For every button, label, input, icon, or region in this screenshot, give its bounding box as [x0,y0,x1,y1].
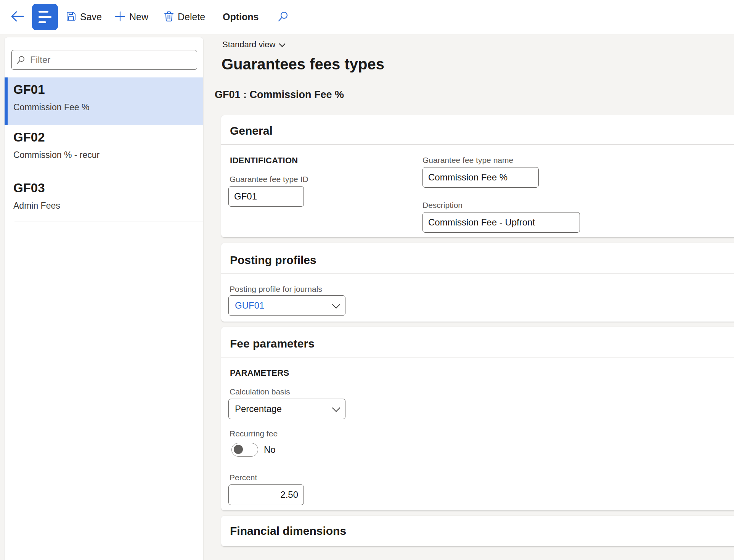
section-posting-profiles: Posting profiles Posting profile for jou… [221,243,734,322]
guarantee-fee-type-name-label: Guarantee fee type name [422,156,513,165]
toggle-knob-icon [234,445,243,454]
records-list-panel: GF01 Commission Fee % GF02 Commission % … [5,37,203,560]
search-icon [278,11,289,24]
back-arrow-icon [10,11,24,24]
list-item-name: Admin Fees [13,201,60,211]
list-item-id: GF01 [13,82,45,97]
record-list: GF01 Commission Fee % GF02 Commission % … [5,77,203,222]
description-label: Description [422,201,463,210]
save-label: Save [80,11,102,23]
filter-input[interactable] [29,54,192,66]
toolbar-separator [216,6,216,28]
save-button[interactable]: Save [66,0,102,34]
section-posting-profiles-header[interactable]: Posting profiles [221,243,734,274]
filter-field [11,50,197,70]
recurring-fee-toggle[interactable] [231,443,258,457]
section-financial-dimensions-title: Financial dimensions [230,525,346,537]
identification-group-label: IDENTIFICATION [230,156,298,166]
chevron-down-icon [332,404,340,412]
parameters-group-label: PARAMETERS [230,368,289,378]
nav-list-icon [39,11,48,13]
new-button[interactable]: New [115,0,148,34]
options-menu[interactable]: Options [223,0,259,34]
calculation-basis-dropdown[interactable]: Percentage [228,399,345,419]
section-financial-dimensions-header[interactable]: Financial dimensions [221,516,734,546]
new-label: New [129,11,148,23]
posting-profile-journals-dropdown[interactable]: GUF01 [228,295,345,316]
recurring-fee-label: Recurring fee [230,429,278,438]
section-posting-profiles-title: Posting profiles [230,254,316,267]
chevron-down-icon [279,41,286,47]
section-general-header[interactable]: General [221,115,734,145]
posting-profile-journals-value: GUF01 [235,300,264,311]
description-input[interactable] [422,212,580,233]
page-title: Guarantees fees types [222,56,384,73]
calculation-basis-label: Calculation basis [230,387,290,396]
filter-search-icon [16,55,26,64]
section-fee-parameters-title: Fee parameters [230,337,315,350]
posting-profile-journals-label: Posting profile for journals [230,285,322,294]
plus-icon [115,11,125,23]
record-title: GF01 : Commission Fee % [215,89,344,101]
toolbar-search-button[interactable] [278,0,289,34]
options-label: Options [223,11,259,23]
list-item-gf01[interactable]: GF01 Commission Fee % [5,77,203,125]
save-icon [66,11,76,23]
delete-button[interactable]: Delete [164,0,205,34]
calculation-basis-value: Percentage [235,404,282,414]
list-item-id: GF02 [13,130,45,145]
list-divider [14,222,203,222]
list-item-gf03[interactable]: GF03 Admin Fees [5,171,203,222]
command-bar: Save New Delete Options [0,0,734,34]
list-item-name: Commission % - recur [13,150,100,160]
percent-input[interactable] [228,484,304,505]
delete-label: Delete [178,11,205,23]
section-financial-dimensions: Financial dimensions [221,516,734,546]
section-general: General IDENTIFICATION Guarantee fee typ… [221,115,734,237]
section-general-title: General [230,124,273,137]
percent-label: Percent [230,473,257,482]
view-selector-label: Standard view [222,40,275,50]
view-selector[interactable]: Standard view [222,40,284,50]
list-item-name: Commission Fee % [13,102,89,113]
list-item-gf02[interactable]: GF02 Commission % - recur [5,125,203,171]
list-item-id: GF03 [13,181,45,195]
trash-icon [164,11,174,23]
chevron-down-icon [332,300,340,308]
back-button[interactable] [10,0,24,34]
recurring-fee-value: No [264,444,276,455]
guarantee-fee-type-name-input[interactable] [422,167,539,188]
guarantee-fee-type-id-label: Guarantee fee type ID [230,175,308,184]
show-navigation-button[interactable] [32,4,58,30]
section-fee-parameters-header[interactable]: Fee parameters [221,327,734,357]
guarantee-fee-type-id-input[interactable] [228,186,304,207]
section-fee-parameters: Fee parameters PARAMETERS Calculation ba… [221,327,734,510]
